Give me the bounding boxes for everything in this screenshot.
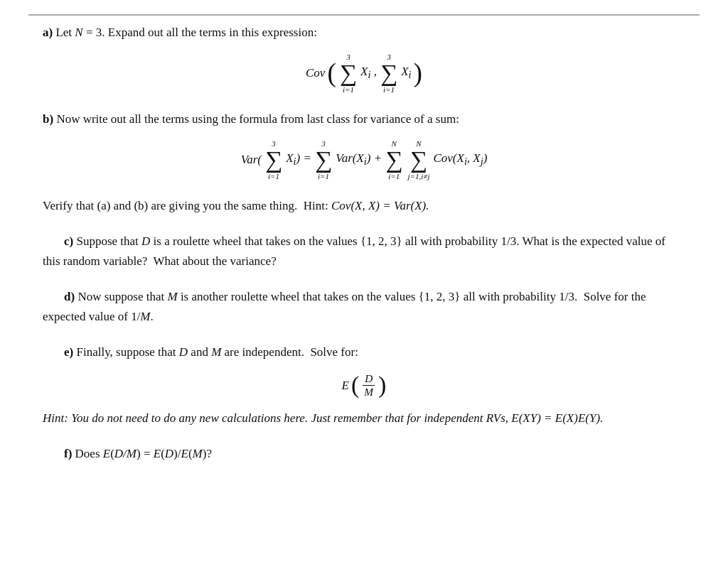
part-c-text: Suppose that D is a roulette wheel that … [43,234,665,268]
sum-a2: 3 ∑ i=1 [380,53,397,94]
frac-dm: D M [362,372,375,399]
part-b-text: Now write out all the terms using the fo… [56,112,459,126]
part-e: e) Finally, suppose that D and M are ind… [43,342,685,428]
part-d: d) Now suppose that M is another roulett… [43,287,685,327]
part-d-text: Now suppose that M is another roulette w… [43,290,646,323]
sum-b4: N ∑ j=1,i≠j [407,139,429,180]
part-e-label: e) [64,345,73,359]
part-f-text: Does E(D/M) = E(D)/E(M)? [75,447,212,460]
part-a-text: Let N = 3. Expand out all the terms in t… [55,26,316,39]
part-f-label: f) [64,447,72,460]
part-f: f) Does E(D/M) = E(D)/E(M)? [43,444,685,464]
part-b-label: b) [43,112,53,126]
sum-a1: 3 ∑ i=1 [340,53,357,94]
sum-b1: 3 ∑ i=1 [265,139,282,180]
page-content: a) Let N = 3. Expand out all the terms i… [28,14,700,487]
part-a: a) Let N = 3. Expand out all the terms i… [43,23,685,94]
part-a-label: a) [43,26,53,39]
part-e-text: Finally, suppose that D and M are indepe… [76,345,358,359]
formula-b: Var( 3 ∑ i=1 Xi) = 3 ∑ i=1 Var(Xi) + N ∑… [43,139,685,180]
part-c: c) Suppose that D is a roulette wheel th… [43,232,685,271]
verify-text: Verify that (a) and (b) are giving you t… [43,196,685,216]
sum-b3: N ∑ i=1 [385,139,402,180]
formula-a: Cov ( 3 ∑ i=1 Xi , 3 ∑ i=1 Xi ) [43,53,685,94]
part-b: b) Now write out all the terms using the… [43,109,685,180]
sum-b2: 3 ∑ i=1 [315,139,332,180]
verify-section: Verify that (a) and (b) are giving you t… [43,196,685,216]
formula-e: E ( D M ) [43,372,685,399]
part-c-label: c) [64,234,73,248]
part-e-hint: Hint: You do not need to do any new calc… [43,408,685,428]
part-d-label: d) [64,290,75,303]
